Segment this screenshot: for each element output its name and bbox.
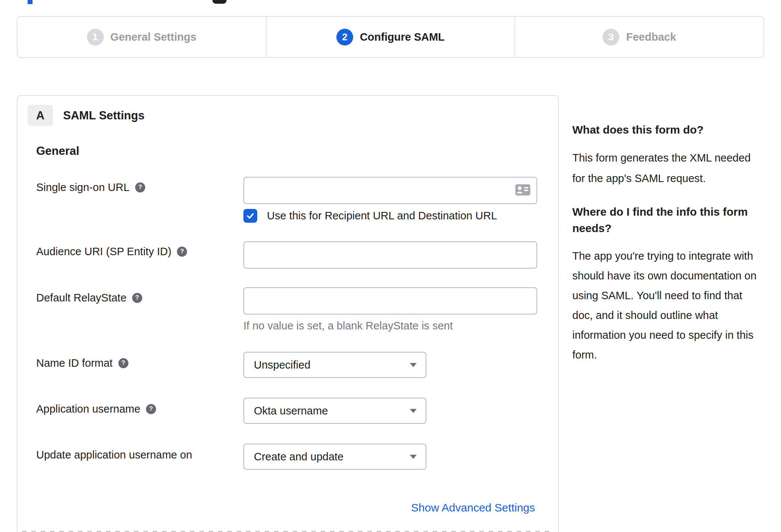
recipient-url-checkbox-row: Use this for Recipient URL and Destinati… bbox=[243, 209, 497, 223]
name-id-format-label: Name ID format bbox=[36, 357, 113, 369]
help-icon[interactable]: ? bbox=[146, 404, 156, 414]
audience-uri-label-row: Audience URI (SP Entity ID) ? bbox=[36, 245, 187, 258]
configure-saml-page: 1 General Settings 2 Configure SAML 3 Fe… bbox=[0, 0, 781, 532]
application-username-value: Okta username bbox=[254, 405, 328, 417]
sso-url-input-wrap bbox=[243, 177, 537, 204]
sso-url-label-row: Single sign-on URL ? bbox=[36, 181, 145, 194]
contact-card-icon bbox=[515, 184, 530, 197]
general-section-heading: General bbox=[36, 144, 79, 158]
step-feedback[interactable]: 3 Feedback bbox=[514, 17, 763, 57]
chevron-down-icon bbox=[410, 363, 417, 367]
name-id-format-value: Unspecified bbox=[254, 359, 311, 371]
help-icon[interactable]: ? bbox=[132, 293, 142, 303]
recipient-url-checkbox[interactable] bbox=[243, 209, 257, 223]
application-username-label-row: Application username ? bbox=[36, 403, 156, 415]
update-username-value: Create and update bbox=[254, 451, 343, 463]
audience-uri-input-wrap bbox=[243, 241, 537, 269]
update-username-label-row: Update application username on bbox=[36, 448, 192, 461]
panel-title: SAML Settings bbox=[63, 105, 144, 126]
chevron-down-icon bbox=[410, 455, 417, 459]
relay-state-label-row: Default RelayState ? bbox=[36, 291, 142, 304]
relay-state-hint: If no value is set, a blank RelayState i… bbox=[243, 320, 453, 332]
recipient-url-checkbox-label: Use this for Recipient URL and Destinati… bbox=[267, 210, 497, 222]
help-icon[interactable]: ? bbox=[135, 182, 145, 193]
help-question-1: What does this form do? bbox=[572, 122, 760, 138]
step-2-number: 2 bbox=[336, 29, 353, 46]
chevron-down-icon bbox=[410, 409, 417, 413]
step-2-label: Configure SAML bbox=[360, 31, 445, 43]
checkmark-icon bbox=[246, 211, 255, 220]
update-username-label: Update application username on bbox=[36, 448, 192, 461]
help-icon[interactable]: ? bbox=[177, 247, 187, 257]
relay-state-input-wrap bbox=[243, 287, 537, 314]
help-question-2: Where do I find the info this form needs… bbox=[572, 204, 760, 237]
help-sidebar: What does this form do? This form genera… bbox=[572, 122, 760, 365]
application-username-select[interactable]: Okta username bbox=[243, 398, 426, 424]
show-advanced-settings-link[interactable]: Show Advanced Settings bbox=[411, 501, 535, 514]
wizard-stepper: 1 General Settings 2 Configure SAML 3 Fe… bbox=[17, 16, 764, 58]
audience-uri-input[interactable] bbox=[243, 241, 537, 269]
name-id-format-label-row: Name ID format ? bbox=[36, 357, 128, 369]
cropped-toggle-fragment bbox=[212, 0, 227, 4]
sso-url-input[interactable] bbox=[243, 177, 537, 204]
update-username-select[interactable]: Create and update bbox=[243, 444, 426, 470]
step-configure-saml[interactable]: 2 Configure SAML bbox=[266, 17, 515, 57]
step-3-label: Feedback bbox=[626, 31, 676, 43]
relay-state-input[interactable] bbox=[243, 287, 537, 314]
sso-url-label: Single sign-on URL bbox=[36, 181, 130, 194]
step-1-label: General Settings bbox=[111, 31, 196, 43]
saml-settings-panel: A SAML Settings General Single sign-on U… bbox=[17, 95, 559, 532]
help-answer-1: This form generates the XML needed for t… bbox=[572, 148, 760, 189]
step-general-settings[interactable]: 1 General Settings bbox=[18, 17, 266, 57]
audience-uri-label: Audience URI (SP Entity ID) bbox=[36, 245, 171, 258]
step-3-number: 3 bbox=[603, 29, 619, 46]
name-id-format-select[interactable]: Unspecified bbox=[243, 352, 426, 378]
relay-state-label: Default RelayState bbox=[36, 291, 127, 304]
step-1-number: 1 bbox=[87, 29, 104, 46]
cropped-logo-fragment bbox=[28, 0, 32, 4]
section-a-badge: A bbox=[28, 105, 53, 126]
help-answer-2: The app you're trying to integrate with … bbox=[572, 246, 760, 365]
application-username-label: Application username bbox=[36, 403, 140, 415]
help-icon[interactable]: ? bbox=[118, 358, 128, 368]
